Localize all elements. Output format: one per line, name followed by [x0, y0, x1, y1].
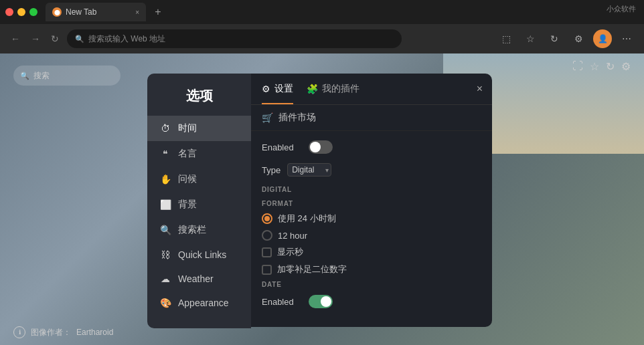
radio-12h[interactable]: 12 hour — [262, 230, 481, 241]
menu-icon-quicklinks: ⛓ — [159, 249, 171, 260]
format-sub-label: FORMAT — [262, 200, 481, 207]
new-tab-button[interactable]: + — [149, 3, 167, 21]
tab-favicon: ⬤ — [52, 7, 62, 17]
refresh-button[interactable]: ↻ — [48, 31, 62, 47]
settings-tab-icon: ⚙ — [262, 84, 270, 94]
date-section-label: DATE — [262, 281, 481, 288]
menu-label-time: 时间 — [178, 122, 197, 134]
settings-content: Enabled Type Digital Analog ▾ DIGITAL FO — [251, 131, 492, 327]
plugins-tab-icon: 🧩 — [307, 84, 318, 94]
type-select-wrapper: Digital Analog ▾ — [287, 163, 331, 177]
minimize-window-button[interactable] — [17, 8, 25, 16]
date-enabled-toggle[interactable] — [309, 295, 333, 308]
settings-panel: ⚙ 设置 🧩 我的插件 × 🛒 插件市场 Enabled — [251, 74, 492, 327]
toggle-thumb — [310, 142, 321, 152]
menu-icon-search: 🔍 — [159, 225, 171, 235]
settings-button[interactable]: ⚙ — [569, 29, 588, 48]
address-text: 搜索或输入 Web 地址 — [88, 33, 165, 45]
traffic-lights — [5, 8, 37, 16]
radio-24h[interactable]: 使用 24 小时制 — [262, 213, 481, 225]
options-panel: 选项 ⏱ 时间 ❝ 名言 ✋ 问候 ⬜ 背景 🔍 搜索栏 ⛓ Quick Lin… — [147, 74, 251, 328]
plugins-tab-label: 我的插件 — [322, 83, 359, 95]
sidebar-item-greeting[interactable]: ✋ 问候 — [147, 166, 251, 192]
profile-avatar[interactable]: 👤 — [593, 29, 612, 48]
radio-circle-24h — [262, 213, 272, 224]
menu-icon-background: ⬜ — [159, 199, 171, 210]
radio-circle-12h — [262, 230, 272, 241]
digital-section-label: DIGITAL — [262, 186, 481, 193]
reload-button[interactable]: ↻ — [545, 29, 564, 48]
sidebar-item-quotes[interactable]: ❝ 名言 — [147, 141, 251, 166]
menu-icon-time: ⏱ — [159, 123, 171, 134]
checkbox-group: 显示秒 加零补足二位数字 — [262, 246, 481, 275]
menu-icon-weather: ☁ — [159, 273, 171, 284]
tab-label: New Tab — [66, 7, 96, 17]
menu-icon-greeting: ✋ — [159, 174, 171, 185]
menu-icon-appearance: 🎨 — [159, 298, 171, 308]
sidebar-item-appearance[interactable]: 🎨 Appearance — [147, 291, 251, 315]
nav-bar: ← → ↻ 🔍 搜索或输入 Web 地址 ⬚ ☆ ↻ ⚙ 👤 ⋯ — [0, 24, 644, 53]
radio-label-12h: 12 hour — [278, 231, 307, 241]
bookmark-button[interactable]: ☆ — [521, 29, 540, 48]
menu-icon-quotes: ❝ — [159, 148, 171, 159]
sidebar-item-time[interactable]: ⏱ 时间 — [147, 116, 251, 141]
menu-label-quotes: 名言 — [178, 148, 197, 160]
tab-close-button[interactable]: × — [135, 9, 139, 16]
browser-chrome: ⬤ New Tab × + 小众软件 ← → ↻ 🔍 搜索或输入 Web 地址 … — [0, 0, 644, 53]
checkbox-leading_zero[interactable]: 加零补足二位数字 — [262, 263, 481, 275]
sidebar-item-search[interactable]: 🔍 搜索栏 — [147, 217, 251, 243]
modal-overlay: 选项 ⏱ 时间 ❝ 名言 ✋ 问候 ⬜ 背景 🔍 搜索栏 ⛓ Quick Lin… — [0, 53, 644, 345]
menu-label-quicklinks: Quick Links — [178, 249, 226, 260]
settings-tab-label: 设置 — [274, 83, 293, 95]
plugin-market-row[interactable]: 🛒 插件市场 — [251, 105, 492, 131]
date-enabled-label: Enabled — [262, 297, 302, 307]
date-toggle-thumb — [321, 296, 331, 307]
screen-capture-button[interactable]: ⬚ — [497, 29, 515, 48]
close-window-button[interactable] — [5, 8, 13, 16]
checkbox-box-show_seconds — [262, 247, 272, 257]
nav-actions: ⬚ ☆ ↻ ⚙ 👤 ⋯ — [497, 29, 636, 48]
maximize-window-button[interactable] — [29, 8, 37, 16]
enabled-toggle[interactable] — [309, 140, 333, 154]
enabled-row: Enabled — [262, 140, 481, 154]
settings-tab-bar: ⚙ 设置 🧩 我的插件 × — [251, 74, 492, 105]
enabled-label: Enabled — [262, 142, 302, 152]
options-menu: ⏱ 时间 ❝ 名言 ✋ 问候 ⬜ 背景 🔍 搜索栏 ⛓ Quick Links … — [147, 116, 251, 315]
address-bar[interactable]: 🔍 搜索或输入 Web 地址 — [67, 29, 402, 48]
sidebar-item-quicklinks[interactable]: ⛓ Quick Links — [147, 243, 251, 267]
checkbox-box-leading_zero — [262, 265, 272, 275]
active-tab[interactable]: ⬤ New Tab × — [46, 3, 146, 21]
tab-settings[interactable]: ⚙ 设置 — [262, 83, 293, 104]
options-title: 选项 — [147, 87, 251, 105]
menu-label-appearance: Appearance — [178, 298, 229, 308]
radio-label-24h: 使用 24 小时制 — [278, 213, 336, 225]
close-settings-button[interactable]: × — [477, 83, 483, 95]
plugin-market-icon: 🛒 — [262, 112, 273, 123]
forward-button[interactable]: → — [28, 31, 43, 47]
type-row: Type Digital Analog ▾ — [262, 163, 481, 177]
menu-label-search: 搜索栏 — [178, 224, 206, 236]
menu-button[interactable]: ⋯ — [617, 29, 636, 48]
watermark: 小众软件 — [607, 4, 636, 14]
checkbox-show_seconds[interactable]: 显示秒 — [262, 246, 481, 258]
checkbox-label-leading_zero: 加零补足二位数字 — [277, 263, 347, 275]
date-enabled-row: Enabled — [262, 295, 481, 308]
menu-label-greeting: 问候 — [178, 173, 197, 185]
plugin-market-label: 插件市场 — [278, 112, 316, 124]
type-label: Type — [262, 165, 280, 175]
type-select[interactable]: Digital Analog — [287, 163, 331, 177]
menu-label-weather: Weather — [178, 273, 214, 284]
back-button[interactable]: ← — [8, 31, 23, 47]
search-icon: 🔍 — [75, 35, 84, 43]
tab-my-plugins[interactable]: 🧩 我的插件 — [307, 83, 359, 104]
menu-label-background: 背景 — [178, 199, 197, 211]
sidebar-item-weather[interactable]: ☁ Weather — [147, 267, 251, 291]
checkbox-label-show_seconds: 显示秒 — [277, 246, 303, 258]
format-radio-group: 使用 24 小时制 12 hour — [262, 213, 481, 241]
tab-bar: ⬤ New Tab × + 小众软件 — [0, 0, 644, 24]
sidebar-item-background[interactable]: ⬜ 背景 — [147, 192, 251, 217]
